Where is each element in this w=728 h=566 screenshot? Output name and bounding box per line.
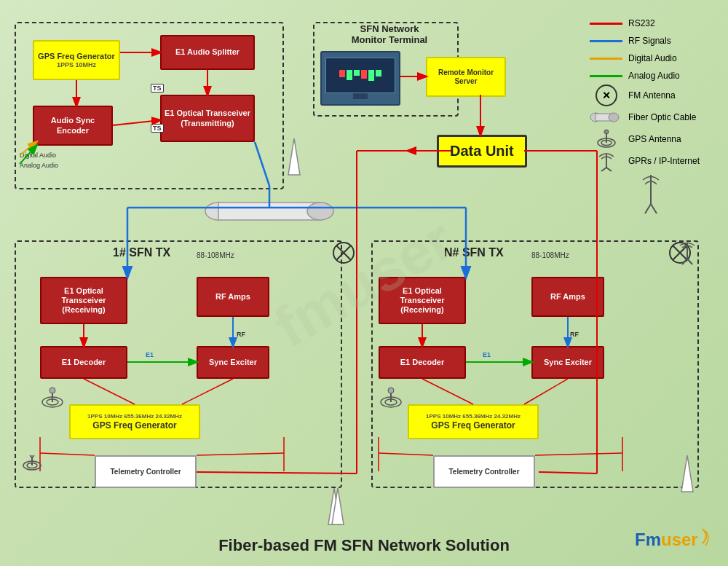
top-gps-gen-label: GPS Freq Generator bbox=[38, 52, 115, 61]
sfn-title-line2: Monitor Terminal bbox=[352, 34, 427, 45]
legend-rs232: RS232 bbox=[590, 18, 717, 28]
svg-marker-70 bbox=[332, 488, 344, 524]
gprs-antenna-icon bbox=[596, 150, 617, 172]
legend-gprs-label: GPRs / IP-Internet bbox=[628, 156, 700, 166]
svg-point-78 bbox=[388, 388, 394, 393]
diagram: fmuser RS232 RF Signals Digital Audio An… bbox=[0, 0, 728, 566]
monitor-stand bbox=[353, 93, 368, 99]
svg-text:user: user bbox=[661, 530, 698, 549]
svg-line-8 bbox=[601, 168, 606, 171]
fm-antenna-icon: ✕ bbox=[596, 84, 617, 106]
audio-sync-box: Audio Sync Encoder bbox=[33, 106, 113, 146]
sfn1-gps-gen-box: 1PPS 10MHz 655.36MHz 24.32MHz GPS Freq G… bbox=[69, 404, 200, 439]
sfn1-rf-amps-box: RF Amps bbox=[197, 277, 269, 317]
svg-point-67 bbox=[30, 455, 34, 457]
monitor-bar-5 bbox=[368, 70, 374, 81]
sfn-n-gps-gen-label: GPS Freq Generator bbox=[426, 420, 521, 431]
svg-point-74 bbox=[50, 388, 55, 393]
sfn-n-gps-freqs: 1PPS 10MHz 655.36MHz 24.32MHz bbox=[426, 413, 521, 420]
sfn-monitor-title: SFN Network Monitor Terminal bbox=[324, 23, 455, 45]
data-unit-box: Data Unit bbox=[437, 135, 527, 168]
legend-fm-antenna: ✕ FM Antenna bbox=[590, 88, 717, 103]
main-title: Fiber-based FM SFN Network Solution bbox=[218, 536, 510, 555]
gps-antenna-sfn1 bbox=[40, 386, 66, 412]
gps-antenna-icon bbox=[596, 128, 617, 150]
sfn1-optical-rx-label: E1 Optical Transceiver (Receiving) bbox=[44, 286, 124, 315]
analog-audio-line bbox=[590, 75, 622, 77]
svg-line-84 bbox=[687, 259, 692, 264]
legend-digital-audio-label: Digital Audio bbox=[628, 53, 677, 63]
svg-rect-11 bbox=[218, 203, 320, 220]
legend-fiber: Fiber Optic Cable bbox=[590, 110, 717, 125]
gprs-antenna-sfn-n-top bbox=[677, 240, 697, 266]
sfn-n-gps-gen-box: 1PPS 10MHz 655.36MHz 24.32MHz GPS Freq G… bbox=[408, 404, 539, 439]
svg-line-80 bbox=[645, 204, 651, 213]
fiber-cylinder bbox=[204, 197, 335, 226]
gprs-antenna-data-unit bbox=[641, 171, 661, 215]
sfn1-telemetry-label: Telemetry Controller bbox=[110, 468, 181, 476]
ts-label-2: TS bbox=[151, 124, 164, 133]
rs232-line bbox=[590, 23, 622, 25]
remote-monitor-server-box: Remote Monitor Server bbox=[426, 57, 506, 97]
omni-antenna-sfn-n-right bbox=[677, 455, 697, 499]
rf-line bbox=[590, 40, 622, 42]
legend-fiber-label: Fiber Optic Cable bbox=[628, 112, 696, 122]
sfn1-optical-rx-box: E1 Optical Transceiver (Receiving) bbox=[40, 277, 127, 324]
sfn-n-e1-decoder-label: E1 Decoder bbox=[400, 358, 445, 367]
legend: RS232 RF Signals Digital Audio Analog Au… bbox=[590, 18, 717, 176]
sfn-n-section-label: N# SFN TX bbox=[444, 246, 504, 259]
monitor-terminal bbox=[320, 51, 400, 106]
sfn1-freq-label: 88-108MHz bbox=[197, 251, 234, 259]
svg-point-2 bbox=[609, 113, 619, 122]
sfn1-section-label: 1# SFN TX bbox=[113, 246, 170, 259]
gprs-symbol bbox=[590, 154, 622, 168]
svg-line-81 bbox=[651, 204, 657, 213]
e1-optical-tx-box: E1 Optical Transceiver (Transmitting) bbox=[160, 95, 255, 142]
svg-point-12 bbox=[307, 203, 333, 220]
svg-line-83 bbox=[682, 259, 687, 264]
fm-antenna-sfn1 bbox=[331, 240, 357, 266]
sfn1-sync-exciter-label: Sync Exciter bbox=[209, 358, 257, 367]
fmuser-logo: Fm user bbox=[633, 525, 713, 559]
monitor-bar-4 bbox=[361, 70, 367, 79]
sfn1-e1-decoder-box: E1 Decoder bbox=[40, 346, 127, 379]
fiber-icon bbox=[590, 111, 622, 123]
analog-audio-label: Analog Audio bbox=[20, 162, 58, 169]
sfn-n-sync-exciter-box: Sync Exciter bbox=[531, 346, 604, 379]
monitor-bar-2 bbox=[347, 70, 352, 80]
omni-antenna-sfn-n-bottom bbox=[328, 488, 348, 532]
legend-rs232-label: RS232 bbox=[628, 18, 655, 28]
ts-label-1: TS bbox=[151, 84, 164, 93]
digital-audio-line bbox=[590, 58, 622, 60]
svg-line-9 bbox=[606, 168, 612, 171]
sfn-n-telemetry-box: Telemetry Controller bbox=[433, 455, 535, 488]
digital-audio-label: Digital Audio bbox=[20, 152, 56, 159]
fiber-symbol bbox=[590, 110, 622, 125]
legend-digital-audio: Digital Audio bbox=[590, 53, 717, 63]
gps-antenna-sfn-n bbox=[379, 386, 404, 412]
gps-antenna-sfn1-left bbox=[22, 455, 42, 499]
sfn-n-telemetry-label: Telemetry Controller bbox=[448, 468, 519, 476]
e1-audio-splitter-label: E1 Audio Splitter bbox=[175, 47, 240, 57]
data-unit-label: Data Unit bbox=[450, 143, 514, 159]
svg-point-6 bbox=[604, 130, 609, 134]
sfn-title-line1: SFN Network bbox=[360, 23, 419, 34]
legend-analog-audio-label: Analog Audio bbox=[628, 71, 680, 81]
top-gps-gen-box: GPS Freq Generator 1PPS 10MHz bbox=[33, 40, 120, 80]
sfn-n-rf-amps-box: RF Amps bbox=[531, 277, 604, 317]
monitor-bar-6 bbox=[376, 70, 381, 76]
sfn-n-optical-rx-label: E1 Optical Transceiver (Receiving) bbox=[382, 286, 462, 315]
top-gps-gen-freqs: 1PPS 10MHz bbox=[38, 61, 115, 69]
remote-monitor-server-label: Remote Monitor Server bbox=[430, 68, 502, 86]
audio-sync-label: Audio Sync Encoder bbox=[36, 116, 109, 135]
legend-analog-audio: Analog Audio bbox=[590, 71, 717, 81]
legend-fm-antenna-label: FM Antenna bbox=[628, 90, 676, 101]
legend-gps-label: GPS Antenna bbox=[628, 134, 681, 144]
legend-gprs: GPRs / IP-Internet bbox=[590, 154, 717, 168]
sfn1-telemetry-box: Telemetry Controller bbox=[95, 455, 197, 488]
sfn-n-sync-exciter-label: Sync Exciter bbox=[544, 358, 592, 367]
omni-antenna-top-sfn bbox=[284, 138, 304, 182]
e1-audio-splitter-box: E1 Audio Splitter bbox=[160, 35, 255, 70]
gps-symbol bbox=[590, 132, 622, 146]
fmuser-logo-svg: Fm user bbox=[633, 525, 713, 554]
